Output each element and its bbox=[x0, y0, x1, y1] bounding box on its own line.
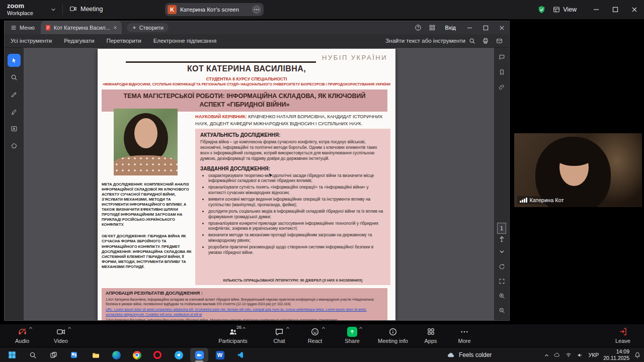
print-icon[interactable] bbox=[482, 37, 489, 44]
view-button[interactable]: View bbox=[553, 6, 577, 13]
file-explorer-icon[interactable] bbox=[87, 348, 105, 362]
page-up-icon[interactable] bbox=[494, 231, 509, 243]
hidden-icons-chevron[interactable] bbox=[544, 353, 549, 357]
mail-icon[interactable] bbox=[496, 38, 503, 44]
edge-icon[interactable] bbox=[107, 348, 125, 362]
word-icon[interactable]: W bbox=[211, 348, 229, 362]
task-view-icon[interactable] bbox=[44, 348, 62, 362]
video-caret-icon[interactable] bbox=[67, 326, 71, 329]
weather-widget[interactable]: Feels colder bbox=[447, 347, 492, 362]
participants-button[interactable]: 26 Participants bbox=[214, 326, 252, 344]
language-indicator[interactable]: УКР bbox=[588, 352, 599, 358]
text-tool[interactable] bbox=[8, 122, 21, 135]
shared-screen-pill[interactable]: K Катерина Кот's screen bbox=[165, 3, 264, 16]
weather-icon bbox=[447, 351, 455, 359]
view-label: View bbox=[563, 6, 577, 13]
fit-page-icon[interactable] bbox=[494, 275, 509, 287]
signal-bars-icon bbox=[520, 198, 527, 203]
share-screen-icon bbox=[347, 327, 357, 337]
cloud-tray-icon[interactable] bbox=[553, 352, 560, 358]
audio-caret-icon[interactable] bbox=[29, 326, 33, 329]
research-goal: МЕТА ДОСЛІДЖЕННЯ: КОМПЛЕКСНИЙ АНАЛІЗ ІНФ… bbox=[102, 182, 192, 227]
participant-video[interactable]: Катерина Кот bbox=[514, 133, 642, 207]
volume-icon[interactable] bbox=[577, 352, 584, 358]
taskbar-clock[interactable]: 14:09 20.11.2025 bbox=[603, 348, 629, 361]
widgets-icon[interactable] bbox=[65, 348, 83, 362]
tab-close-icon[interactable] bbox=[113, 26, 117, 30]
video-button[interactable]: Video bbox=[45, 326, 77, 344]
relevance-text: Гібридна війна – це комплексна форма суч… bbox=[200, 139, 385, 161]
zoom-app-icon[interactable] bbox=[190, 348, 208, 362]
shapes-tool[interactable] bbox=[8, 139, 21, 152]
tab-meeting[interactable]: Meeting bbox=[69, 5, 103, 13]
tasks-list: охарактеризувати теоретико-методологічні… bbox=[208, 173, 385, 255]
pdf-close-button[interactable] bbox=[494, 22, 509, 34]
apps-button[interactable]: Apps bbox=[415, 326, 447, 344]
leave-button[interactable]: Leave bbox=[607, 326, 639, 344]
zoom-out-icon[interactable] bbox=[494, 304, 509, 316]
pdf-minimize-button[interactable] bbox=[462, 22, 477, 34]
maximize-button[interactable] bbox=[606, 0, 625, 19]
right-tool-rail: 1 1 bbox=[494, 48, 509, 320]
participants-caret-icon[interactable] bbox=[242, 326, 246, 329]
toolbar-all-tools[interactable]: Усі інструменти bbox=[5, 38, 58, 44]
zoom-tool[interactable] bbox=[8, 71, 21, 84]
audio-label: Audio bbox=[15, 338, 29, 344]
plus-icon bbox=[132, 25, 137, 30]
pencil-tool[interactable] bbox=[8, 88, 21, 101]
react-button[interactable]: React bbox=[299, 326, 331, 344]
help-icon[interactable] bbox=[412, 22, 425, 34]
left-tool-rail bbox=[5, 48, 24, 320]
close-button[interactable] bbox=[625, 0, 644, 19]
share-caret-icon[interactable] bbox=[359, 326, 363, 329]
signin-button[interactable]: Вхід bbox=[440, 24, 461, 32]
pdf-restore-button[interactable] bbox=[478, 22, 493, 34]
more-button[interactable]: More bbox=[448, 326, 480, 344]
highlighter-tool[interactable] bbox=[8, 105, 21, 118]
participant-fringe bbox=[555, 148, 593, 166]
create-button[interactable]: Створити bbox=[127, 23, 169, 32]
chat-button[interactable]: Chat bbox=[263, 326, 295, 344]
bookmarks-panel-icon[interactable] bbox=[494, 66, 509, 78]
approbation-url-link[interactable]: URL: Lorem ipsum dolor sit amet consecte… bbox=[106, 307, 383, 316]
opera-icon[interactable] bbox=[148, 348, 167, 362]
start-button[interactable] bbox=[3, 348, 21, 362]
encryption-shield-icon[interactable] bbox=[537, 5, 546, 14]
react-caret-icon[interactable] bbox=[321, 326, 326, 329]
meeting-info-button[interactable]: Meeting info bbox=[374, 326, 412, 344]
search-icon bbox=[469, 38, 475, 44]
comments-panel-icon[interactable] bbox=[494, 51, 509, 63]
toolbar-convert[interactable]: Перетворити bbox=[100, 38, 147, 44]
apps-grid-icon[interactable] bbox=[426, 22, 439, 34]
zoom-in-icon[interactable] bbox=[494, 290, 509, 302]
toolbar-edit[interactable]: Редагувати bbox=[58, 38, 100, 44]
taskbar-search-icon[interactable] bbox=[24, 348, 42, 362]
notifications-bell-icon[interactable] bbox=[634, 351, 641, 358]
student-photo bbox=[114, 109, 178, 175]
rotate-icon[interactable] bbox=[494, 260, 509, 273]
select-tool[interactable] bbox=[8, 54, 21, 67]
search-button[interactable]: Знайти текст або інструменти bbox=[385, 38, 475, 44]
document-tab[interactable]: Кот Катерина Васил... bbox=[41, 21, 122, 34]
chevron-down-icon[interactable] bbox=[51, 8, 56, 12]
page-down-icon[interactable] bbox=[494, 246, 509, 258]
chrome-icon[interactable] bbox=[128, 348, 146, 362]
screen: zoom Workplace Meeting K Катерина Кот's … bbox=[0, 0, 644, 362]
toolbar-esign[interactable]: Електронне підписання bbox=[147, 38, 223, 44]
menu-button[interactable]: Меню bbox=[5, 25, 41, 31]
minimize-button[interactable] bbox=[587, 0, 606, 19]
telegram-icon[interactable] bbox=[170, 348, 188, 362]
chat-caret-icon[interactable] bbox=[286, 326, 290, 329]
document-area[interactable]: НУБІП УКРАЇНИ КОТ КАТЕРИНА ВАСИЛІВНА, СТ… bbox=[24, 48, 494, 320]
view-layout-icon bbox=[553, 6, 560, 13]
share-button[interactable]: Share bbox=[336, 326, 368, 344]
slide-page: НУБІП УКРАЇНИ КОТ КАТЕРИНА ВАСИЛІВНА, СТ… bbox=[98, 49, 395, 320]
blue-app-icon[interactable] bbox=[231, 348, 249, 362]
task-item: розробити практичні рекомендації щодо ст… bbox=[208, 244, 385, 255]
attachments-panel-icon[interactable] bbox=[494, 81, 509, 93]
more-options-icon[interactable] bbox=[252, 5, 261, 14]
wifi-icon[interactable] bbox=[565, 352, 572, 358]
audio-button[interactable]: Audio bbox=[6, 326, 38, 344]
task-item: дослідити роль соціальних медіа в інформ… bbox=[208, 209, 385, 219]
acrobat-toolbar: Усі інструменти Редагувати Перетворити Е… bbox=[5, 34, 509, 48]
